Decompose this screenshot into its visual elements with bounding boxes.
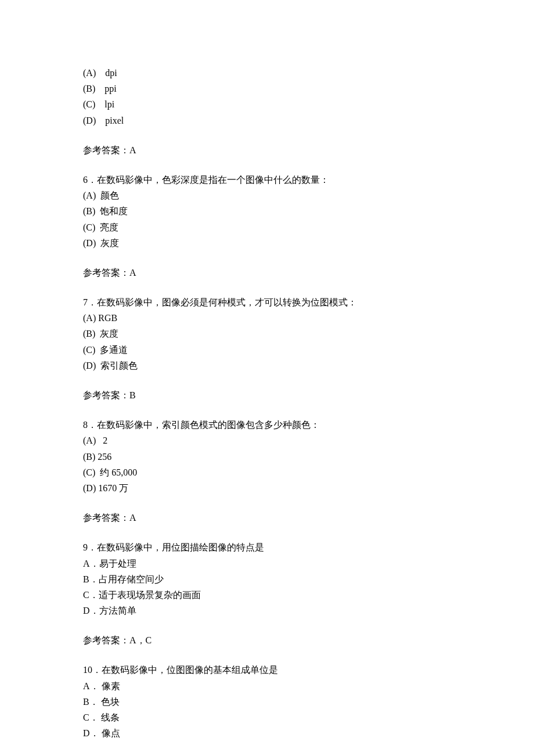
answer-text: 参考答案：A xyxy=(83,265,451,280)
option-a: (A) 颜色 xyxy=(83,188,451,203)
option-a: (A) RGB xyxy=(83,310,451,326)
option-c: (C) 亮度 xyxy=(83,219,451,235)
option-c: C． 线条 xyxy=(83,710,451,725)
answer-5: 参考答案：A xyxy=(83,142,451,158)
question-5-partial: (A) dpi (B) ppi (C) lpi (D) pixel xyxy=(83,65,451,128)
question-7: 7．在数码影像中，图像必须是何种模式，才可以转换为位图模式： (A) RGB (… xyxy=(83,294,451,373)
option-b: B． 色块 xyxy=(83,694,451,710)
answer-text: 参考答案：A xyxy=(83,510,451,525)
option-b: B．占用存储空间少 xyxy=(83,571,451,587)
answer-7: 参考答案：B xyxy=(83,387,451,403)
option-c: C．适于表现场景复杂的画面 xyxy=(83,587,451,603)
option-c: (C) lpi xyxy=(83,96,451,112)
answer-6: 参考答案：A xyxy=(83,265,451,280)
option-d: D．方法简单 xyxy=(83,603,451,618)
question-stem: 10．在数码影像中，位图图像的基本组成单位是 xyxy=(83,662,451,678)
answer-8: 参考答案：A xyxy=(83,510,451,525)
option-a: (A) dpi xyxy=(83,65,451,81)
option-d: (D) pixel xyxy=(83,113,451,128)
question-10: 10．在数码影像中，位图图像的基本组成单位是 A． 像素 B． 色块 C． 线条… xyxy=(83,662,451,741)
option-b: (B) ppi xyxy=(83,81,451,96)
question-stem: 6．在数码影像中，色彩深度是指在一个图像中什么的数量： xyxy=(83,172,451,188)
option-c: (C) 约 65,000 xyxy=(83,465,451,480)
question-stem: 7．在数码影像中，图像必须是何种模式，才可以转换为位图模式： xyxy=(83,294,451,310)
option-b: (B) 饱和度 xyxy=(83,203,451,219)
option-c: (C) 多通道 xyxy=(83,342,451,358)
answer-text: 参考答案：A xyxy=(83,142,451,158)
option-d: (D) 灰度 xyxy=(83,235,451,251)
option-a: (A) 2 xyxy=(83,433,451,448)
option-a: A．易于处理 xyxy=(83,556,451,571)
question-8: 8．在数码影像中，索引颜色模式的图像包含多少种颜色： (A) 2 (B) 256… xyxy=(83,417,451,496)
answer-text: 参考答案：B xyxy=(83,387,451,403)
option-d: (D) 1670 万 xyxy=(83,480,451,496)
answer-text: 参考答案：A，C xyxy=(83,632,451,648)
document-page: (A) dpi (B) ppi (C) lpi (D) pixel 参考答案：A… xyxy=(0,0,534,756)
option-b: (B) 灰度 xyxy=(83,326,451,341)
option-b: (B) 256 xyxy=(83,449,451,465)
option-a: A． 像素 xyxy=(83,678,451,694)
question-9: 9．在数码影像中，用位图描绘图像的特点是 A．易于处理 B．占用存储空间少 C．… xyxy=(83,539,451,618)
question-stem: 8．在数码影像中，索引颜色模式的图像包含多少种颜色： xyxy=(83,417,451,433)
question-6: 6．在数码影像中，色彩深度是指在一个图像中什么的数量： (A) 颜色 (B) 饱… xyxy=(83,172,451,251)
answer-9: 参考答案：A，C xyxy=(83,632,451,648)
option-d: (D) 索引颜色 xyxy=(83,358,451,373)
option-d: D． 像点 xyxy=(83,725,451,741)
question-stem: 9．在数码影像中，用位图描绘图像的特点是 xyxy=(83,539,451,555)
